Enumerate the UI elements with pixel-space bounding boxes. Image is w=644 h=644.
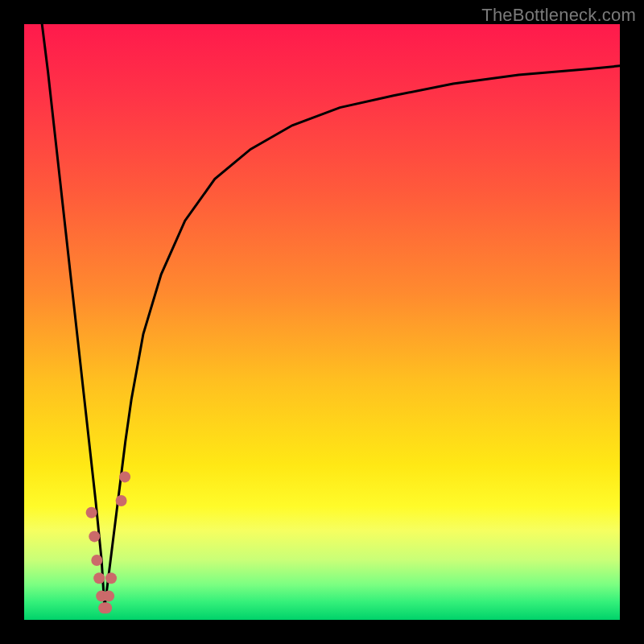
data-marker bbox=[89, 530, 100, 542]
plot-area bbox=[24, 24, 620, 620]
curve-layer bbox=[24, 24, 620, 620]
data-marker bbox=[119, 471, 130, 482]
data-marker bbox=[103, 590, 114, 601]
bottleneck-curve-left bbox=[42, 24, 105, 608]
watermark-label: TheBottleneck.com bbox=[481, 5, 636, 26]
data-marker bbox=[91, 555, 102, 566]
data-marker bbox=[101, 602, 112, 613]
data-marker bbox=[116, 495, 127, 506]
bottleneck-curve-right bbox=[105, 66, 620, 608]
chart-frame: TheBottleneck.com bbox=[0, 0, 644, 644]
data-marker bbox=[93, 572, 105, 584]
data-markers bbox=[86, 471, 131, 613]
data-marker bbox=[86, 507, 97, 518]
data-marker bbox=[105, 572, 117, 584]
